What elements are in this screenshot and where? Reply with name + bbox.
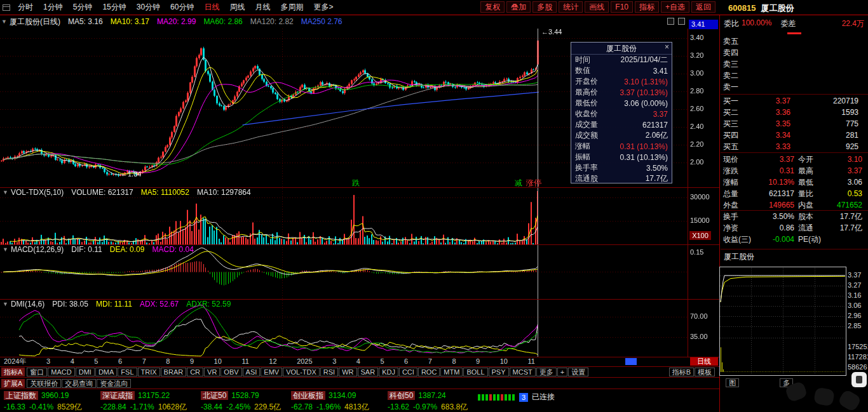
topbar-button-返回[interactable]: 返回 — [691, 1, 715, 13]
indicator-a-label[interactable]: 指标A — [1, 368, 25, 376]
collapse-icon[interactable]: ▼ — [3, 189, 8, 196]
stat-value: 3.37 — [824, 165, 865, 176]
collapse-icon[interactable]: ▼ — [1, 18, 7, 25]
indicator-tab-DMI[interactable]: DMI — [76, 368, 95, 376]
stat-value: 0.86 — [752, 222, 794, 234]
lowest-price-annotation: ←1.84 — [121, 170, 141, 178]
minichart-tab[interactable]: 厦工股份 — [724, 251, 754, 262]
indicator-tab-BRAR[interactable]: BRAR — [161, 368, 187, 376]
indicator-tab-CR[interactable]: CR — [187, 368, 203, 376]
bid-row[interactable]: 买五3.33925 — [720, 141, 868, 152]
overlay-badge[interactable] — [851, 372, 867, 387]
indicator-tab-MTM[interactable]: MTM — [440, 368, 463, 376]
topbar-button-指标[interactable]: 指标 — [635, 1, 659, 13]
indicator-tab-VOL-TDX[interactable]: VOL-TDX — [283, 368, 320, 376]
period-tab-15分钟[interactable]: 15分钟 — [97, 2, 131, 13]
indicator-tab-ROC[interactable]: ROC — [418, 368, 440, 376]
topbar-button-统计[interactable]: 统计 — [559, 1, 583, 13]
index-value: 13175.22 — [138, 391, 170, 400]
bid-price: 3.35 — [746, 118, 790, 130]
app-window-icon[interactable] — [3, 4, 10, 11]
topbar-button-叠加[interactable]: 叠加 — [506, 1, 531, 13]
period-tab-多周期[interactable]: 多周期 — [275, 2, 308, 13]
indicator-tab-RSI[interactable]: RSI — [320, 368, 338, 376]
indicator-tab-ASI[interactable]: ASI — [243, 368, 261, 376]
vol-header-item: VOLUME: 621317 — [71, 188, 133, 197]
bid-row[interactable]: 买二3.361593 — [720, 107, 868, 118]
indicator-bar: 指标A 窗口MACDDMIDMAFSLTRIXBRARCRVROBVASIEMV… — [0, 367, 719, 377]
connection-count-badge[interactable]: 3 — [519, 393, 528, 402]
period-tab-分时[interactable]: 分时 — [13, 2, 38, 13]
maximize-icon[interactable] — [678, 18, 685, 25]
weibi-value: 100.00% — [742, 18, 771, 29]
period-tab-30分钟[interactable]: 30分钟 — [132, 2, 165, 13]
index-block-深证成指[interactable]: 深证成指13175.22-228.84-1.71%10628亿 — [100, 389, 201, 411]
index-change: -38.44 — [201, 402, 222, 411]
index-pct: -1.96% — [316, 402, 341, 411]
ask-row[interactable]: 卖一 — [720, 81, 868, 93]
period-tab-日线[interactable]: 日线 — [199, 2, 224, 13]
topbar-button-多股[interactable]: 多股 — [532, 1, 557, 13]
indicator-tab-+[interactable]: + — [557, 368, 567, 376]
indicator-tab-MCST[interactable]: MCST — [510, 368, 536, 376]
indicator-tab-KDJ[interactable]: KDJ — [379, 368, 398, 376]
bottom-tab-交易查询[interactable]: 交易查询 — [62, 379, 96, 388]
indicator-tab-更多[interactable]: 更多 — [536, 368, 557, 376]
index-block-创业板指[interactable]: 创业板指3134.09-62.78-1.96%4813亿 — [291, 389, 388, 411]
indicator-right-模板[interactable]: 模板 — [695, 368, 715, 376]
ask-row[interactable]: 卖二 — [720, 70, 868, 81]
index-block-上证指数[interactable]: 上证指数3960.19-16.33-0.41%8529亿 — [4, 389, 100, 411]
intraday-chart-canvas[interactable] — [719, 267, 846, 376]
indicator-tab-CCI[interactable]: CCI — [399, 368, 417, 376]
extension-a-label[interactable]: 扩展A — [1, 379, 25, 388]
indicator-tab-MACD[interactable]: MACD — [48, 368, 74, 376]
indicator-tab-VR[interactable]: VR — [204, 368, 220, 376]
period-tab-更多>[interactable]: 更多> — [308, 2, 338, 13]
popup-row-label: 收盘价 — [575, 109, 598, 119]
bottom-tab-资金流向[interactable]: 资金流向 — [97, 379, 131, 388]
indicator-tab-PSY[interactable]: PSY — [489, 368, 509, 376]
indicator-right-指标B[interactable]: 指标B — [669, 368, 694, 376]
bid-row[interactable]: 买一3.37220719 — [720, 95, 868, 107]
ma-value: MA250 2.76 — [301, 17, 342, 26]
collapse-icon[interactable]: ▼ — [3, 246, 8, 253]
indicator-tab-EMV[interactable]: EMV — [261, 368, 282, 376]
collapse-icon[interactable]: ▼ — [3, 301, 8, 307]
topbar-button-F10[interactable]: F10 — [611, 1, 633, 13]
period-tab-月线[interactable]: 月线 — [250, 2, 275, 13]
ask-label: 卖一 — [723, 81, 746, 93]
ask-row[interactable]: 卖五 — [720, 36, 868, 47]
ask-row[interactable]: 卖四 — [720, 47, 868, 58]
indicator-tab-SAR[interactable]: SAR — [358, 368, 379, 376]
period-tab-60分钟[interactable]: 60分钟 — [165, 2, 199, 13]
index-block-北证50[interactable]: 北证501528.79-38.44-2.45%229.5亿 — [201, 389, 291, 411]
indicator-tab-BOLL[interactable]: BOLL — [463, 368, 487, 376]
popup-row-value: 17.7亿 — [646, 173, 668, 184]
index-block-科创50[interactable]: 科创501387.24-13.62-0.97%683.8亿 — [388, 389, 469, 411]
bid-row[interactable]: 买四3.34281 — [720, 130, 868, 141]
indicator-tab-OBV[interactable]: OBV — [220, 368, 241, 376]
indicator-tab-WR[interactable]: WR — [339, 368, 356, 376]
close-icon[interactable]: × — [665, 43, 669, 51]
screenshot-icon[interactable] — [667, 18, 674, 25]
topbar-actions: 复权叠加多股统计画线F10指标+自选返回 — [478, 1, 715, 13]
timeline-label: 3 — [46, 357, 50, 366]
indicator-tab-设置[interactable]: 设置 — [568, 368, 588, 376]
bottom-tab-关联报价[interactable]: 关联报价 — [27, 379, 61, 388]
indicator-tab-FSL[interactable]: FSL — [118, 368, 137, 376]
period-tab-1分钟[interactable]: 1分钟 — [38, 2, 68, 13]
period-tab-5分钟[interactable]: 5分钟 — [68, 2, 98, 13]
bid-row[interactable]: 买三3.35775 — [720, 118, 868, 130]
ask-row[interactable]: 卖三 — [720, 58, 868, 70]
bottom-right-图[interactable]: 图 — [726, 378, 739, 387]
stat-row: 涨跌0.31最高3.37 — [720, 165, 868, 176]
topbar-button-复权[interactable]: 复权 — [480, 1, 505, 13]
timeline-scrollbar-thumb[interactable] — [625, 358, 637, 365]
period-tab-周线[interactable]: 周线 — [224, 2, 250, 13]
indicator-tab-窗口[interactable]: 窗口 — [27, 368, 47, 376]
indicator-tab-TRIX[interactable]: TRIX — [138, 368, 160, 376]
topbar-button-画线[interactable]: 画线 — [585, 1, 609, 13]
indicator-tab-DMA[interactable]: DMA — [95, 368, 117, 376]
macd-header-item: MACD: 0.04 — [152, 245, 193, 254]
topbar-button-+自选[interactable]: +自选 — [661, 1, 689, 13]
